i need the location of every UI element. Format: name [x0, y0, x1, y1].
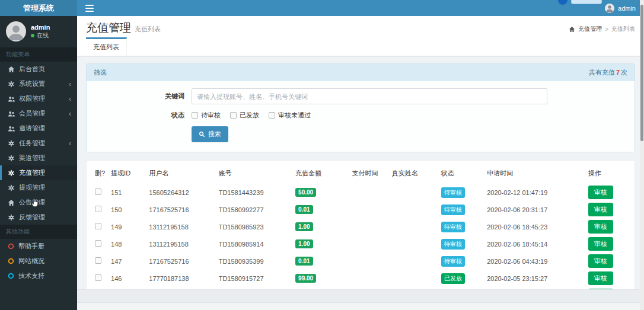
row-checkbox[interactable] [95, 206, 101, 212]
sidebar-item-技术支持[interactable]: 技术支持 [0, 269, 77, 283]
sidebar-item-后台首页[interactable]: 后台首页 [0, 62, 77, 76]
sidebar-item-label: 反馈管理 [19, 213, 71, 222]
cell-apply-time: 2020-02-06 18:45:14 [486, 235, 587, 253]
home-icon [8, 199, 15, 206]
users-icon [8, 95, 15, 103]
breadcrumb: 充值管理 > 充值列表 [569, 25, 635, 33]
amount-badge: 99.00 [295, 274, 316, 283]
scrollbar-thumb[interactable] [640, 5, 643, 141]
cell-pay-time [350, 270, 390, 287]
cell-account: TD1580935399 [218, 253, 294, 270]
sidebar-section-header: 其他功能 [0, 225, 77, 239]
page-subtitle: 充值列表 [135, 25, 161, 33]
row-checkbox[interactable] [95, 274, 101, 281]
sidebar-item-邀请管理[interactable]: 邀请管理 [0, 121, 77, 136]
sidebar-item-label: 会员管理 [19, 109, 65, 118]
column-header: 申请时间 [486, 167, 587, 184]
cell-username: 17770187138 [148, 270, 217, 287]
audit-button[interactable]: 审核 [588, 237, 613, 251]
cell-pay-time [350, 218, 390, 235]
sidebar-item-网站概况[interactable]: 网站概况 [0, 254, 77, 269]
sidebar-item-提现管理[interactable]: 提现管理 [0, 180, 77, 195]
sidebar-item-label: 邀请管理 [19, 124, 71, 133]
filter-title: 筛选 [94, 68, 107, 77]
main-content: 充值管理充值列表 充值管理 > 充值列表 充值列表 筛选 共有充值7次 关键词 [77, 16, 644, 310]
column-header: 用户名 [148, 167, 217, 184]
checkbox-icon[interactable] [192, 112, 198, 119]
hamburger-icon[interactable] [85, 5, 94, 12]
audit-button[interactable]: 审核 [588, 203, 613, 216]
sidebar-item-label: 权限管理 [19, 94, 65, 103]
sidebar-item-反馈管理[interactable]: 反馈管理 [0, 210, 77, 225]
sidebar-item-帮助手册[interactable]: 帮助手册 [0, 239, 77, 254]
search-button[interactable]: 搜索 [192, 126, 228, 142]
cell-account: TD1580915727 [218, 270, 294, 287]
sidebar-item-label: 任务管理 [19, 139, 65, 148]
sidebar-item-任务管理[interactable]: 任务管理‹ [0, 136, 77, 151]
status-label: 状态 [94, 111, 192, 120]
sidebar-item-label: 提现管理 [19, 183, 71, 192]
sidebar-item-label: 网站概况 [18, 257, 71, 266]
status-checkbox-审核未通过[interactable]: 审核未通过 [269, 111, 311, 120]
status-badge: 待审核 [441, 222, 465, 232]
audit-button[interactable]: 审核 [588, 220, 613, 234]
sidebar-user-panel: admin 在线 [0, 16, 77, 47]
sidebar-item-会员管理[interactable]: 会员管理‹ [0, 106, 77, 121]
online-dot-icon [31, 34, 34, 37]
cell-username: 17167525716 [148, 201, 217, 218]
status-checkbox-待审核[interactable]: 待审核 [192, 111, 221, 120]
cell-withdraw-id: 149 [110, 218, 148, 235]
search-icon [199, 131, 205, 138]
footer [77, 302, 644, 310]
column-header: 状态 [440, 167, 486, 184]
chevron-left-icon: ‹ [69, 110, 71, 117]
audit-button[interactable]: 审核 [588, 254, 613, 268]
column-header: 账号 [218, 167, 294, 184]
table-header-row: 删?提现ID用户名账号充值金额支付时间真实姓名状态申请时间操作 [94, 167, 627, 184]
sidebar-item-公告管理[interactable]: 公告管理 [0, 195, 77, 210]
sidebar-item-系统设置[interactable]: 系统设置‹ [0, 76, 77, 91]
status-badge: 已发放 [441, 273, 465, 284]
footer-band [77, 289, 644, 302]
tab-recharge-list[interactable]: 充值列表 [86, 37, 127, 56]
row-checkbox[interactable] [95, 257, 101, 264]
amount-badge: 0.01 [295, 205, 313, 214]
filter-panel: 筛选 共有充值7次 关键词 状态 待审核已发放审核未通过 搜索 [86, 63, 635, 152]
sidebar-menu: 功能菜单后台首页系统设置‹权限管理‹会员管理‹邀请管理任务管理‹渠道管理充值管理… [0, 47, 77, 283]
circle-icon [8, 273, 14, 279]
vertical-scrollbar[interactable] [640, 0, 644, 310]
search-button-label: 搜索 [208, 130, 221, 139]
column-header: 操作 [587, 167, 627, 184]
sidebar-item-权限管理[interactable]: 权限管理‹ [0, 91, 77, 106]
chevron-left-icon: ‹ [69, 140, 71, 147]
checkbox-label: 审核未通过 [278, 111, 311, 120]
column-header: 充值金额 [294, 167, 350, 184]
breadcrumb-item[interactable]: 充值管理 [578, 25, 602, 33]
sidebar-item-渠道管理[interactable]: 渠道管理 [0, 151, 77, 165]
cogs-icon [8, 184, 15, 191]
sidebar-item-充值管理[interactable]: 充值管理 [0, 165, 77, 180]
checkbox-icon[interactable] [269, 112, 275, 119]
audit-button[interactable]: 审核 [588, 271, 613, 285]
chevron-left-icon: ‹ [69, 81, 71, 88]
row-checkbox[interactable] [95, 240, 101, 247]
cell-real-name [391, 270, 440, 287]
navbar-user-menu[interactable]: admin [605, 4, 636, 13]
navbar-avatar-icon [605, 4, 614, 13]
status-checkbox-已发放[interactable]: 已发放 [230, 111, 259, 120]
cell-account: TD1581443239 [218, 184, 294, 201]
audit-button[interactable]: 审核 [588, 186, 613, 199]
chevron-left-icon: ‹ [69, 95, 71, 103]
row-checkbox[interactable] [95, 223, 101, 229]
row-checkbox[interactable] [95, 188, 101, 195]
keyword-input[interactable] [192, 88, 547, 104]
checkbox-icon[interactable] [230, 112, 237, 119]
cell-pay-time [350, 201, 390, 218]
cell-username: 15605264312 [148, 184, 217, 201]
cell-apply-time: 2020-02-12 01:47:19 [486, 184, 587, 201]
status-badge: 待审核 [441, 187, 465, 198]
overlay-pill [571, 0, 602, 4]
home-icon [569, 26, 575, 33]
brand-title[interactable]: 管理系统 [0, 0, 77, 16]
recharge-table: 删?提现ID用户名账号充值金额支付时间真实姓名状态申请时间操作 15115605… [94, 167, 627, 310]
